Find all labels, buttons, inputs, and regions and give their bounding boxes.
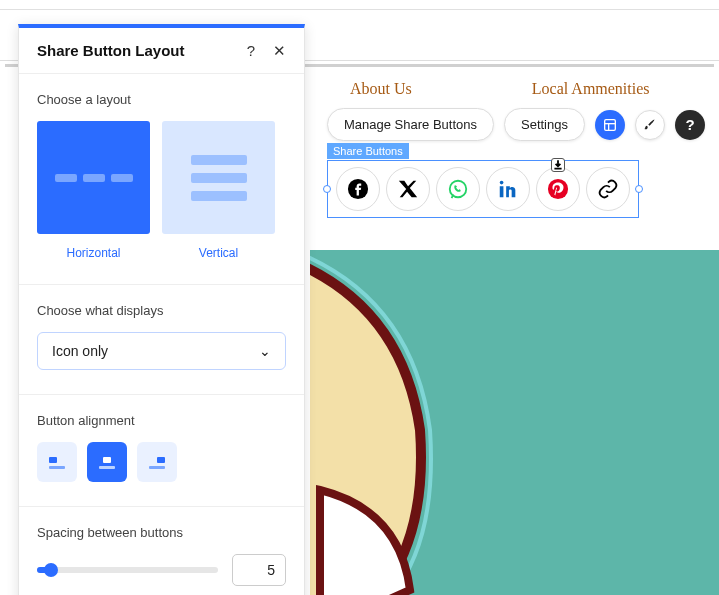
share-pinterest[interactable] xyxy=(536,167,580,211)
nav-about[interactable]: About Us xyxy=(350,80,412,98)
svg-rect-0 xyxy=(605,119,616,130)
pinterest-icon xyxy=(547,178,569,200)
layout-option-horizontal[interactable]: Horizontal xyxy=(37,121,150,260)
share-buttons-selection: Share Buttons xyxy=(327,160,639,218)
linkedin-icon xyxy=(497,178,519,200)
resize-handle-right[interactable] xyxy=(635,185,643,193)
share-linkedin[interactable] xyxy=(486,167,530,211)
displays-selected-value: Icon only xyxy=(52,343,108,359)
layout-section: Choose a layout Horizontal Vertical xyxy=(19,74,304,285)
vertical-caption: Vertical xyxy=(199,246,238,260)
panel-help-icon[interactable]: ? xyxy=(244,44,258,58)
facebook-icon xyxy=(347,178,369,200)
svg-rect-5 xyxy=(500,186,504,197)
resize-handle-left[interactable] xyxy=(323,185,331,193)
align-center-button[interactable] xyxy=(87,442,127,482)
nav-amenities[interactable]: Local Ammenities xyxy=(532,80,650,98)
page-artwork xyxy=(310,250,719,595)
app-topbar xyxy=(0,0,719,10)
spacing-input[interactable] xyxy=(232,554,286,586)
svg-point-6 xyxy=(500,181,504,185)
abstract-illustration xyxy=(310,250,700,595)
align-left-button[interactable] xyxy=(37,442,77,482)
vertical-preview xyxy=(162,121,275,234)
panel-title: Share Button Layout xyxy=(37,42,185,59)
help-button[interactable]: ? xyxy=(675,110,705,140)
layout-label: Choose a layout xyxy=(37,92,286,107)
site-nav: About Us Local Ammenities xyxy=(350,80,650,98)
alignment-section: Button alignment xyxy=(19,395,304,507)
download-badge-icon xyxy=(551,158,565,172)
whatsapp-icon xyxy=(447,178,469,200)
share-facebook[interactable] xyxy=(336,167,380,211)
style-button[interactable] xyxy=(635,110,665,140)
link-icon xyxy=(597,178,619,200)
svg-point-7 xyxy=(548,179,568,199)
selection-label: Share Buttons xyxy=(327,143,409,159)
element-toolbar: Manage Share Buttons Settings ? xyxy=(327,108,705,141)
chevron-down-icon: ⌄ xyxy=(259,343,271,359)
alignment-label: Button alignment xyxy=(37,413,286,428)
share-whatsapp[interactable] xyxy=(436,167,480,211)
layout-icon xyxy=(602,117,618,133)
spacing-label: Spacing between buttons xyxy=(37,525,286,540)
layout-option-vertical[interactable]: Vertical xyxy=(162,121,275,260)
panel-close-icon[interactable]: ✕ xyxy=(272,44,286,58)
slider-thumb[interactable] xyxy=(44,563,58,577)
horizontal-preview xyxy=(37,121,150,234)
question-icon: ? xyxy=(685,116,694,133)
share-x-twitter[interactable] xyxy=(386,167,430,211)
displays-select[interactable]: Icon only ⌄ xyxy=(37,332,286,370)
selection-box[interactable] xyxy=(327,160,639,218)
align-right-button[interactable] xyxy=(137,442,177,482)
spacing-slider[interactable] xyxy=(37,567,218,573)
brush-icon xyxy=(642,117,657,132)
panel-header: Share Button Layout ? ✕ xyxy=(19,28,304,74)
horizontal-caption: Horizontal xyxy=(66,246,120,260)
displays-section: Choose what displays Icon only ⌄ xyxy=(19,285,304,395)
manage-share-buttons-button[interactable]: Manage Share Buttons xyxy=(327,108,494,141)
svg-point-4 xyxy=(450,181,467,198)
share-layout-panel: Share Button Layout ? ✕ Choose a layout … xyxy=(18,24,305,595)
design-button[interactable] xyxy=(595,110,625,140)
settings-button[interactable]: Settings xyxy=(504,108,585,141)
spacing-section: Spacing between buttons xyxy=(19,507,304,595)
displays-label: Choose what displays xyxy=(37,303,286,318)
share-link[interactable] xyxy=(586,167,630,211)
x-twitter-icon xyxy=(397,178,419,200)
